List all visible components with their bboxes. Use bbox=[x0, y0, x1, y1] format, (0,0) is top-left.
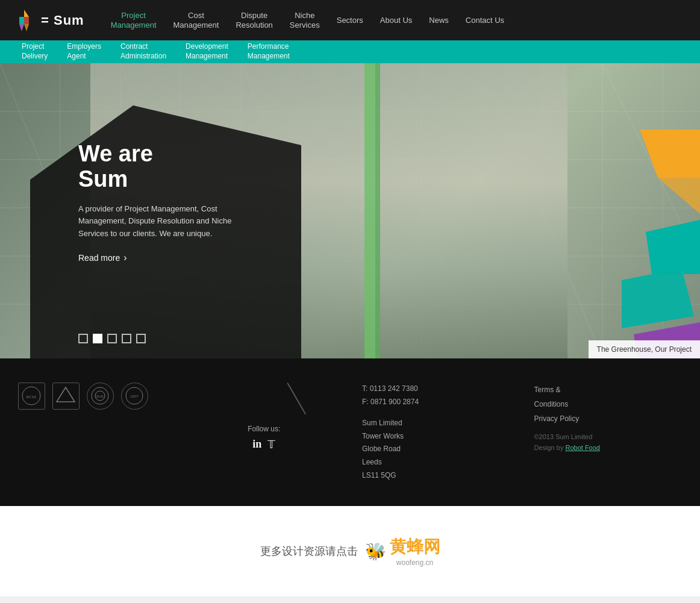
sub-nav-employers-agent[interactable]: EmployersAgent bbox=[57, 39, 111, 64]
slide-dot-5[interactable] bbox=[136, 334, 146, 343]
svg-marker-4 bbox=[24, 24, 29, 31]
nav-project-management[interactable]: ProjectManagement bbox=[102, 6, 165, 34]
svg-marker-37 bbox=[57, 387, 75, 402]
svg-marker-27 bbox=[640, 130, 700, 178]
project-caption: The Greenhouse, Our Project bbox=[589, 340, 700, 358]
brand-name: 黄蜂网 bbox=[390, 536, 440, 558]
logo-area[interactable]: = Sum bbox=[12, 8, 84, 33]
footer: BCSA construction QUAL bbox=[0, 358, 700, 506]
watermark-text: 更多设计资源请点击 bbox=[260, 544, 358, 558]
accreditation-logo-2: CERT bbox=[121, 383, 148, 410]
decorative-shapes bbox=[561, 123, 700, 358]
footer-address-lines: Sum Limited Tower Works Globe Road Leeds… bbox=[362, 417, 510, 482]
social-icons: in 𝕋 bbox=[190, 438, 339, 451]
footer-address: T: 0113 242 7380 F: 0871 900 2874 Sum Li… bbox=[362, 383, 510, 482]
logo-text: = Sum bbox=[41, 13, 84, 28]
footer-phone: T: 0113 242 7380 F: 0871 900 2874 bbox=[362, 383, 510, 408]
privacy-link[interactable]: Privacy Policy bbox=[534, 411, 683, 426]
slide-dot-2[interactable] bbox=[93, 334, 102, 343]
terms-link[interactable]: Terms &Conditions bbox=[534, 383, 683, 411]
main-nav: ProjectManagement CostManagement Dispute… bbox=[102, 6, 688, 34]
slide-indicators bbox=[78, 334, 146, 343]
nav-about-us[interactable]: About Us bbox=[372, 11, 420, 30]
read-more-button[interactable]: Read more › bbox=[78, 252, 259, 263]
constructiononline-logo: construction bbox=[52, 383, 80, 410]
bee-icon: 🐝 bbox=[365, 542, 386, 561]
twitter-icon[interactable]: 𝕋 bbox=[267, 438, 275, 451]
footer-links: Terms &Conditions Privacy Policy ©2013 S… bbox=[534, 383, 683, 453]
linkedin-icon[interactable]: in bbox=[252, 438, 261, 451]
watermark-logo: 🐝 黄蜂网 woofeng.cn bbox=[365, 536, 440, 567]
watermark-bar: 更多设计资源请点击 🐝 黄蜂网 woofeng.cn bbox=[0, 506, 700, 596]
chevron-right-icon: › bbox=[123, 252, 127, 263]
footer-center: Follow us: in 𝕋 bbox=[190, 383, 339, 451]
svg-text:BCSA: BCSA bbox=[27, 395, 36, 399]
nav-dispute-resolution[interactable]: DisputeResolution bbox=[227, 6, 281, 34]
slide-dot-3[interactable] bbox=[107, 334, 117, 343]
svg-marker-2 bbox=[19, 17, 24, 24]
nav-sectors[interactable]: Sectors bbox=[328, 11, 372, 30]
footer-divider bbox=[240, 383, 288, 419]
svg-marker-30 bbox=[622, 268, 694, 328]
slide-dot-1[interactable] bbox=[78, 334, 88, 343]
accreditation-1-icon: QUAL bbox=[90, 386, 111, 407]
nav-contact-us[interactable]: Contact Us bbox=[457, 11, 513, 30]
svg-marker-0 bbox=[24, 10, 29, 17]
sub-nav-project-delivery[interactable]: ProjectDelivery bbox=[12, 39, 57, 64]
nav-cost-management[interactable]: CostManagement bbox=[165, 6, 228, 34]
bcsa-icon: BCSA bbox=[21, 386, 42, 407]
svg-text:construction: construction bbox=[59, 406, 72, 407]
svg-marker-3 bbox=[19, 24, 24, 31]
nav-niche-services[interactable]: NicheServices bbox=[281, 6, 328, 34]
hero-title: We areSum bbox=[78, 142, 259, 192]
accreditation-2-icon: CERT bbox=[124, 386, 145, 407]
footer-logos: BCSA construction QUAL bbox=[18, 383, 166, 410]
bcsa-logo: BCSA bbox=[18, 383, 45, 410]
header: = Sum ProjectManagement CostManagement D… bbox=[0, 0, 700, 40]
hero-description: A provider of Project Management, Cost M… bbox=[78, 203, 259, 240]
svg-marker-28 bbox=[658, 178, 700, 214]
slide-dot-4[interactable] bbox=[122, 334, 131, 343]
brand-url: woofeng.cn bbox=[390, 558, 440, 567]
nav-news[interactable]: News bbox=[420, 11, 457, 30]
svg-marker-1 bbox=[24, 17, 29, 24]
svg-text:CERT: CERT bbox=[130, 395, 139, 398]
sub-nav-development-mgmt[interactable]: DevelopmentManagement bbox=[176, 39, 238, 64]
footer-copyright: ©2013 Sum Limited Design by Robot Food bbox=[534, 432, 683, 453]
hero: We areSum A provider of Project Manageme… bbox=[0, 63, 700, 358]
constructiononline-icon: construction bbox=[55, 386, 77, 407]
hero-content: We areSum A provider of Project Manageme… bbox=[78, 142, 259, 263]
sub-nav-performance-mgmt[interactable]: PerformanceManagement bbox=[238, 39, 299, 64]
svg-text:QUAL: QUAL bbox=[96, 395, 104, 398]
svg-marker-29 bbox=[646, 220, 700, 274]
robot-food-link[interactable]: Robot Food bbox=[565, 444, 599, 451]
accreditation-logo-1: QUAL bbox=[87, 383, 114, 410]
logo-icon bbox=[12, 8, 36, 33]
follow-us-label: Follow us: bbox=[190, 425, 339, 433]
footer-left: BCSA construction QUAL bbox=[18, 383, 166, 422]
sub-nav: ProjectDelivery EmployersAgent ContractA… bbox=[0, 40, 700, 63]
sub-nav-contract-admin[interactable]: ContractAdministration bbox=[111, 39, 176, 64]
